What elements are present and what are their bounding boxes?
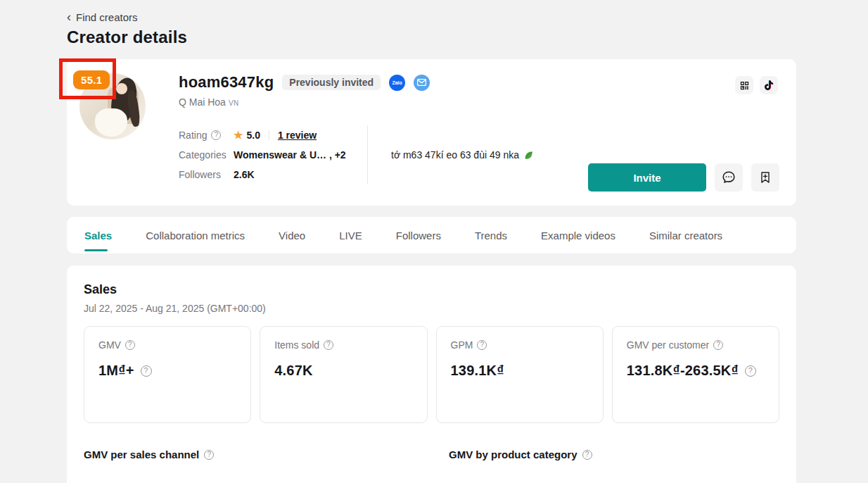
chevron-left-icon: ‹ bbox=[67, 11, 71, 23]
review-count-link[interactable]: 1 review bbox=[278, 130, 317, 141]
gmv-per-sales-channel-help-icon[interactable]: ? bbox=[204, 450, 214, 460]
divider bbox=[269, 130, 269, 140]
tab-collaboration-metrics[interactable]: Collaboration metrics bbox=[146, 217, 245, 253]
page-title: Creator details bbox=[67, 27, 796, 47]
chat-bubble-icon bbox=[721, 170, 736, 185]
sales-panel: Sales Jul 22, 2025 - Aug 21, 2025 (GMT+0… bbox=[67, 265, 796, 483]
gmv-per-customer-value: 131.8K₫-263.5K₫ bbox=[627, 363, 739, 379]
metric-card-gmv: GMV ? 1M₫+ ? bbox=[84, 326, 251, 423]
email-icon[interactable] bbox=[414, 75, 430, 91]
metric-card-items-sold: Items sold ? 4.67K bbox=[260, 326, 427, 423]
tab-video[interactable]: Video bbox=[279, 217, 305, 253]
categories-label: Categories bbox=[179, 149, 226, 161]
gmv-label: GMV bbox=[98, 339, 121, 351]
creator-display-name-row: Q Mai HoaVN bbox=[179, 96, 779, 108]
sales-section-title: Sales bbox=[84, 282, 779, 297]
gpm-value: 139.1K₫ bbox=[451, 363, 504, 379]
breadcrumb-back[interactable]: ‹ Find creators bbox=[67, 11, 796, 23]
metric-card-gmv-per-customer: GMV per customer ? 131.8K₫-263.5K₫ ? bbox=[612, 326, 779, 423]
rating-help-icon[interactable]: ? bbox=[211, 130, 221, 140]
date-range: Jul 22, 2025 - Aug 21, 2025 (GMT+00:00) bbox=[84, 303, 779, 314]
qr-code-button[interactable] bbox=[735, 76, 753, 94]
rating-row: Rating ? ★ 5.0 1 review bbox=[179, 125, 367, 145]
tab-trends[interactable]: Trends bbox=[475, 217, 507, 253]
herb-leaf-icon bbox=[523, 150, 534, 161]
creator-profile-card: 55.1 hoam6347kg Previously invited Zalo … bbox=[67, 59, 796, 206]
region-tag: VN bbox=[229, 99, 239, 107]
avatar-wrap: 55.1 bbox=[79, 73, 146, 139]
star-icon: ★ bbox=[234, 129, 243, 142]
items-sold-label: Items sold bbox=[274, 339, 319, 351]
bookmark-button[interactable] bbox=[751, 163, 779, 192]
qr-code-icon bbox=[739, 80, 750, 91]
tab-example-videos[interactable]: Example videos bbox=[541, 217, 615, 253]
bookmark-plus-icon bbox=[758, 170, 772, 184]
tiktok-button[interactable] bbox=[760, 76, 778, 94]
gmv-help-icon[interactable]: ? bbox=[125, 340, 135, 350]
gmv-per-customer-value-help-icon[interactable]: ? bbox=[745, 365, 756, 377]
bio-text: tớ m63 47kí eo 63 đùi 49 nka bbox=[391, 149, 519, 161]
sales-metrics: GMV ? 1M₫+ ? Items sold ? 4.67K GPM ? bbox=[84, 326, 779, 423]
categories-row: Categories Womenswear & U… , +2 bbox=[179, 145, 367, 165]
categories-value: Womenswear & U… , +2 bbox=[234, 149, 346, 161]
chat-button[interactable] bbox=[715, 163, 743, 192]
followers-value: 2.6K bbox=[234, 169, 255, 180]
creator-bio: tớ m63 47kí eo 63 đùi 49 nka bbox=[391, 149, 534, 161]
tab-followers[interactable]: Followers bbox=[396, 217, 441, 253]
gmv-per-sales-channel-heading: GMV per sales channel ? bbox=[84, 448, 449, 460]
metric-card-gpm: GPM ? 139.1K₫ bbox=[436, 326, 604, 423]
tab-sales[interactable]: Sales bbox=[84, 217, 112, 253]
gmv-value-help-icon[interactable]: ? bbox=[141, 365, 152, 377]
previously-invited-badge: Previously invited bbox=[282, 75, 381, 90]
gmv-per-customer-help-icon[interactable]: ? bbox=[713, 340, 723, 350]
creator-details-page: ‹ Find creators Creator details 55.1 hoa… bbox=[67, 0, 796, 483]
invite-button[interactable]: Invite bbox=[588, 163, 706, 192]
gmv-by-product-category-title: GMV by product category bbox=[449, 448, 577, 460]
creator-stats: Rating ? ★ 5.0 1 review Categories Women… bbox=[179, 125, 367, 184]
items-sold-value: 4.67K bbox=[274, 363, 312, 379]
breadcrumb-label[interactable]: Find creators bbox=[76, 11, 138, 23]
gmv-by-product-category-heading: GMV by product category ? bbox=[449, 448, 779, 460]
tiktok-icon bbox=[763, 80, 774, 91]
items-sold-help-icon[interactable]: ? bbox=[324, 340, 333, 350]
gpm-help-icon[interactable]: ? bbox=[477, 340, 487, 350]
zalo-icon[interactable]: Zalo bbox=[389, 75, 405, 91]
followers-label: Followers bbox=[179, 169, 221, 180]
tabs-bar: Sales Collaboration metrics Video LIVE F… bbox=[67, 217, 796, 253]
followers-row: Followers 2.6K bbox=[179, 165, 367, 184]
gmv-per-sales-channel-title: GMV per sales channel bbox=[84, 448, 199, 460]
creator-username: hoam6347kg bbox=[179, 73, 274, 92]
creator-display-name: Q Mai Hoa bbox=[179, 96, 226, 108]
tab-similar-creators[interactable]: Similar creators bbox=[649, 217, 722, 253]
creator-score-badge: 55.1 bbox=[73, 70, 110, 89]
gmv-per-customer-label: GMV per customer bbox=[627, 339, 709, 351]
gpm-label: GPM bbox=[451, 339, 473, 351]
gmv-value: 1M₫+ bbox=[98, 363, 134, 379]
vertical-divider bbox=[367, 125, 368, 184]
gmv-by-product-category-help-icon[interactable]: ? bbox=[582, 450, 592, 460]
rating-label: Rating bbox=[179, 130, 207, 141]
rating-value: 5.0 bbox=[246, 130, 260, 141]
tab-live[interactable]: LIVE bbox=[339, 217, 362, 253]
